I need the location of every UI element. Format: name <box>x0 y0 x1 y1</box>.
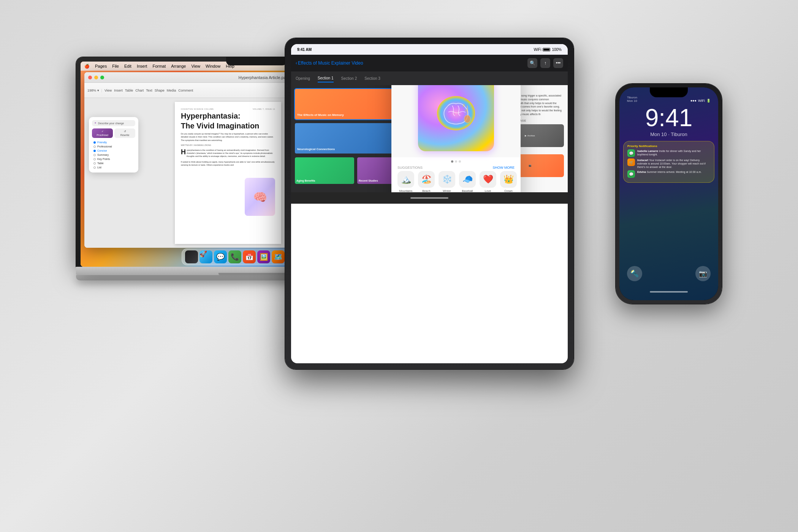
more-icon[interactable]: ••• <box>553 58 563 68</box>
show-more-button[interactable]: SHOW MORE <box>493 166 515 169</box>
image-gen-dialog: Cancel Create <box>391 85 521 192</box>
toolbar-table[interactable]: Table <box>125 89 133 92</box>
priority-notif-title: Priority Notifications <box>627 144 710 148</box>
suggestion-winter[interactable]: ❄️ Winter <box>439 171 455 192</box>
tab-section2[interactable]: Section 2 <box>341 75 357 82</box>
rewrite-button[interactable]: ↺ Rewrite <box>114 128 135 138</box>
writing-tools-panel: ✦ Describe your change ✓ Proofread <box>89 117 138 173</box>
doc-title-line1: Hyperphantasia: <box>181 112 275 120</box>
back-chevron-icon: ‹ <box>296 60 297 66</box>
love-icon: ❤️ <box>480 171 496 188</box>
mountains-label: Mountains <box>399 189 413 192</box>
doc-volume: VOLUME 7, ISSUE 11 <box>253 108 275 110</box>
wt-header-text: Describe your change <box>98 122 124 125</box>
dot-list <box>93 166 96 169</box>
suggestion-beach[interactable]: 🏖️ Beach <box>418 171 435 192</box>
dock-finder[interactable] <box>185 250 198 263</box>
notif-item-isabella[interactable]: 💬 Isabella Lamarre Invite for dinner wit… <box>627 149 710 157</box>
dock-launchpad[interactable]: 🚀 <box>200 250 212 263</box>
notif-sender-edvina: Edvina <box>637 171 646 173</box>
suggestion-crown[interactable]: 👑 Crown <box>500 171 517 192</box>
menu-pages[interactable]: Pages <box>95 64 107 68</box>
dot-table <box>93 162 96 165</box>
notif-item-edvina[interactable]: 💬 Edvina Summer interns arrived. Meeting… <box>627 170 710 178</box>
dot-concise <box>93 150 96 152</box>
suggestion-love[interactable]: ❤️ Love <box>480 171 496 192</box>
iphone-right-status: ●●● WiFi 🔋 <box>690 99 711 103</box>
messages-app-icon: 💬 <box>627 149 635 157</box>
close-button[interactable] <box>88 76 92 79</box>
doc-body-main: Hyperphantasia is the condition of havin… <box>181 149 275 158</box>
menu-file[interactable]: File <box>112 64 119 68</box>
iphone-lockscreen: Tiburon Mon 10 ●●● WiFi 🔋 9:41 Mon 10 <box>619 87 718 300</box>
notif-item-instacart[interactable]: 🛒 Instacart Your Instacart order is on t… <box>627 158 710 169</box>
toolbar-comment[interactable]: Comment <box>178 89 193 92</box>
wt-summary[interactable]: Summary <box>92 153 135 157</box>
tab-section3[interactable]: Section 3 <box>364 75 380 82</box>
back-button[interactable]: ‹ Effects of Music Explainer Video <box>296 60 363 66</box>
iphone-status-date: Mon 10 <box>627 99 637 103</box>
doc-body-intro: Do you easily conjure up mental imagery?… <box>181 132 275 142</box>
wt-list-label: List <box>97 166 101 169</box>
toolbar-insert[interactable]: Insert <box>114 89 123 92</box>
dock-messages[interactable]: 💬 <box>214 250 227 263</box>
ipad-status-icons: WiFi 100% <box>534 48 562 52</box>
suggestion-baseball-cap[interactable]: 🧢 Baseball Cap <box>459 171 476 192</box>
toolbar-text[interactable]: Text <box>146 89 152 92</box>
wt-professional[interactable]: Professional <box>92 144 135 149</box>
proofread-button[interactable]: ✓ Proofread <box>92 128 113 138</box>
search-icon[interactable]: 🔍 <box>527 58 537 68</box>
brain-illustration: ♪ ♫ <box>431 89 481 138</box>
iphone-widgets: Priority Notifications 💬 Isabella Lamarr… <box>619 141 718 183</box>
tab-section1[interactable]: Section 1 <box>318 74 334 82</box>
wt-table[interactable]: Table <box>92 161 135 165</box>
toolbar-view[interactable]: View <box>104 89 112 92</box>
toolbar-media[interactable]: Media <box>167 89 176 92</box>
share-icon[interactable]: ↑ <box>540 58 550 68</box>
dot-1 <box>451 160 453 163</box>
tab-opening[interactable]: Opening <box>296 75 310 82</box>
camera-button[interactable]: 📷 <box>695 266 711 281</box>
ipad-bottom-bar <box>291 192 568 204</box>
menu-insert[interactable]: Insert <box>137 64 147 68</box>
macbook-notch <box>226 57 287 65</box>
wt-concise-label: Concise <box>97 149 107 152</box>
notif-sender-isabella: Isabella Lamarre <box>637 150 658 152</box>
menu-window[interactable]: Window <box>206 64 220 68</box>
back-label: Effects of Music Explainer Video <box>298 60 363 66</box>
ipad-status-bar: 9:41 AM WiFi 100% <box>291 44 568 55</box>
home-indicator <box>410 197 448 199</box>
iphone-location: Tiburon <box>627 96 637 99</box>
slide-card-3[interactable]: Aging Benefits <box>294 157 355 185</box>
iphone-screen: Tiburon Mon 10 ●●● WiFi 🔋 9:41 Mon 10 <box>619 87 718 300</box>
doc-column-label: COGNITIVE SCIENCE COLUMN <box>181 108 214 110</box>
wt-keypoints[interactable]: Key Points <box>92 157 135 161</box>
apple-menu[interactable]: 🍎 <box>84 64 90 69</box>
menu-view[interactable]: View <box>191 64 200 68</box>
main-scene: 🍎 Pages File Edit Insert Format Arrange … <box>76 38 722 494</box>
dock-facetime[interactable]: 📞 <box>228 250 241 263</box>
dock-photos[interactable]: 🖼️ <box>257 250 270 263</box>
notif-instacart-text: Instacart Your Instacart order is on the… <box>637 158 710 169</box>
menu-edit[interactable]: Edit <box>124 64 131 68</box>
priority-notifications-box: Priority Notifications 💬 Isabella Lamarr… <box>623 141 714 183</box>
toolbar-chart[interactable]: Chart <box>135 89 144 92</box>
doc-title-line2: The Vivid Imagination <box>181 122 275 130</box>
menu-format[interactable]: Format <box>152 64 166 68</box>
slide-preview-3: Aging Benefits <box>295 157 354 184</box>
wt-concise[interactable]: Concise <box>92 149 135 153</box>
wt-list[interactable]: List <box>92 165 135 169</box>
dock-calendar[interactable]: 📅 <box>243 250 256 263</box>
suggestion-mountains[interactable]: 🏔️ Mountains <box>397 171 414 192</box>
dock-maps[interactable]: 🗺️ <box>272 250 285 263</box>
flashlight-button[interactable]: 🔦 <box>627 266 642 281</box>
svg-point-3 <box>464 115 470 123</box>
maximize-button[interactable] <box>100 76 104 79</box>
minimize-button[interactable] <box>94 76 98 79</box>
wt-friendly[interactable]: Friendly <box>92 140 135 144</box>
ai-generated-image: ♪ ♫ <box>418 85 494 151</box>
menu-arrange[interactable]: Arrange <box>171 64 186 68</box>
toolbar-zoom[interactable]: 198% ▾ <box>87 89 99 92</box>
toolbar-shape[interactable]: Shape <box>155 89 165 92</box>
battery-percent: 100% <box>552 48 562 52</box>
